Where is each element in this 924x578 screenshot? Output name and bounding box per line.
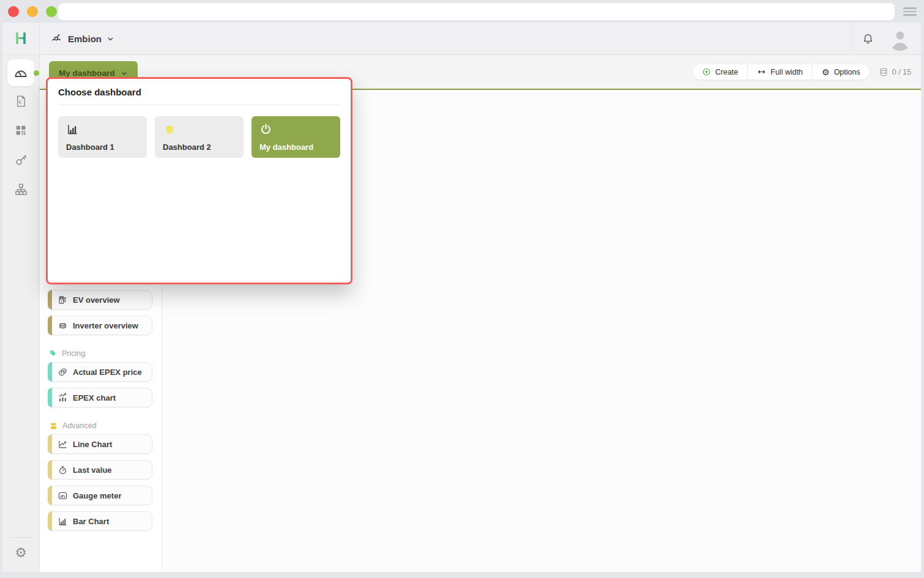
choose-dashboard-modal: Choose dashboard Dashboard 1 bbox=[46, 77, 352, 284]
notifications-button[interactable] bbox=[857, 28, 878, 49]
full-width-button-label: Full width bbox=[770, 68, 803, 76]
dashboard-card-label: Dashboard 2 bbox=[163, 143, 236, 152]
widget-item-last-value[interactable]: Last value bbox=[48, 460, 152, 480]
widget-item-line-chart[interactable]: Line Chart bbox=[48, 434, 152, 454]
bar-chart-icon bbox=[66, 122, 139, 136]
widget-accent-bar bbox=[48, 316, 52, 335]
epex-chart-icon bbox=[58, 393, 68, 403]
svg-text:€: € bbox=[61, 371, 63, 375]
plus-circle-icon bbox=[702, 67, 711, 76]
full-width-button[interactable]: Full width bbox=[747, 64, 812, 80]
widget-item-epex-chart[interactable]: EPEX chart bbox=[48, 388, 152, 407]
widget-section-pricing: Pricing bbox=[49, 349, 152, 358]
widget-accent-bar bbox=[48, 290, 52, 309]
sidebar-item-access-keys[interactable] bbox=[2, 145, 39, 174]
bell-icon bbox=[862, 32, 874, 45]
bar-chart-icon bbox=[58, 516, 68, 527]
topology-sitemap-icon bbox=[14, 182, 28, 196]
sidebar-item-widgets[interactable] bbox=[2, 116, 39, 145]
dashboard-selector-label: My dashboard bbox=[59, 69, 115, 78]
options-button-label: Options bbox=[834, 68, 860, 76]
organization-name: Embion bbox=[68, 34, 102, 44]
active-indicator-dot bbox=[34, 70, 39, 76]
widget-accent-bar bbox=[48, 511, 52, 531]
widget-item-label: EPEX chart bbox=[73, 393, 116, 402]
sidebar-nav: € bbox=[2, 55, 40, 572]
widget-section-advanced: Advanced bbox=[49, 421, 152, 431]
options-gear-icon: ⚙ bbox=[822, 68, 830, 76]
dashboard-card-label: My dashboard bbox=[259, 143, 332, 152]
invoice-euro-icon: € bbox=[14, 94, 28, 108]
logo-letter: H bbox=[15, 31, 27, 47]
dashboard-speedometer-icon bbox=[13, 65, 29, 81]
dashboard-card-1[interactable]: Dashboard 1 bbox=[58, 116, 147, 158]
ev-charger-icon bbox=[58, 295, 68, 305]
widget-item-actual-epex-price[interactable]: € Actual EPEX price bbox=[48, 362, 152, 382]
sidebar-item-invoices[interactable]: € bbox=[2, 86, 39, 116]
widget-item-ev-overview[interactable]: EV overview bbox=[48, 290, 152, 309]
power-icon bbox=[259, 122, 332, 136]
widget-counter: 0 / 15 bbox=[879, 67, 911, 77]
zoom-window-button[interactable] bbox=[46, 6, 57, 17]
widget-accent-bar bbox=[48, 460, 52, 480]
widget-item-gauge-meter[interactable]: Gauge meter bbox=[48, 486, 152, 505]
tag-icon bbox=[49, 349, 58, 358]
window-controls bbox=[8, 6, 57, 17]
app-logo[interactable]: H bbox=[2, 23, 40, 54]
create-widget-button[interactable]: Create bbox=[693, 64, 748, 80]
widget-item-label: Bar Chart bbox=[73, 517, 109, 526]
browser-menu-icon[interactable] bbox=[903, 6, 917, 18]
network-hub-icon bbox=[51, 32, 63, 45]
widget-accent-bar bbox=[48, 362, 52, 382]
dashboard-card-my-dashboard-selected[interactable]: My dashboard bbox=[251, 116, 340, 158]
widget-item-label: EV overview bbox=[73, 295, 120, 305]
sidebar-item-settings[interactable]: ⚙ bbox=[2, 538, 39, 568]
key-icon bbox=[14, 153, 28, 167]
create-button-label: Create bbox=[715, 68, 739, 76]
widget-section-label: Advanced bbox=[62, 421, 97, 430]
toolbar-right-section: Create Full width ⚙ Options bbox=[692, 64, 911, 80]
chevron-down-icon bbox=[121, 70, 128, 77]
dashboard-card-label: Dashboard 1 bbox=[66, 143, 139, 152]
widgets-grid-icon bbox=[14, 124, 28, 137]
sun-icon bbox=[163, 122, 236, 136]
widget-item-bar-chart[interactable]: Bar Chart bbox=[48, 511, 152, 531]
chevron-down-icon bbox=[106, 35, 114, 43]
sidebar-item-topology[interactable] bbox=[2, 174, 39, 204]
widget-item-label: Actual EPEX price bbox=[73, 368, 142, 377]
gauge-icon bbox=[58, 491, 68, 501]
widget-item-inverter-overview[interactable]: Inverter overview bbox=[48, 316, 152, 335]
horizontal-arrows-icon bbox=[757, 67, 766, 76]
dashboard-card-2[interactable]: Dashboard 2 bbox=[155, 116, 244, 158]
stopwatch-icon bbox=[58, 465, 68, 475]
user-avatar[interactable] bbox=[888, 26, 912, 51]
app-header: H Embion bbox=[2, 23, 921, 55]
header-right-section bbox=[851, 23, 921, 54]
widget-accent-bar bbox=[48, 486, 52, 505]
euro-coins-icon: € bbox=[58, 367, 68, 377]
settings-gear-icon: ⚙ bbox=[15, 546, 27, 560]
toolbar-button-group: Create Full width ⚙ Options bbox=[692, 64, 870, 80]
widget-accent-bar bbox=[48, 434, 52, 454]
minimize-window-button[interactable] bbox=[27, 6, 38, 17]
address-bar-input[interactable] bbox=[58, 3, 895, 20]
line-chart-icon bbox=[58, 439, 68, 450]
widget-item-label: Last value bbox=[73, 465, 112, 475]
widget-accent-bar bbox=[48, 388, 52, 407]
close-window-button[interactable] bbox=[8, 6, 19, 17]
organization-selector[interactable]: Embion bbox=[40, 23, 125, 54]
widget-item-label: Inverter overview bbox=[73, 321, 138, 330]
browser-bar bbox=[0, 0, 924, 23]
widget-counter-value: 0 / 15 bbox=[892, 68, 911, 76]
widget-item-label: Line Chart bbox=[73, 440, 112, 449]
widget-item-label: Gauge meter bbox=[73, 491, 121, 500]
options-button[interactable]: ⚙ Options bbox=[812, 64, 870, 80]
widget-section-label: Pricing bbox=[62, 349, 85, 358]
modal-title: Choose dashboard bbox=[58, 87, 340, 105]
svg-text:€: € bbox=[18, 99, 21, 105]
dashboard-cards: Dashboard 1 Dashboard 2 My dashboard bbox=[58, 116, 340, 158]
sidebar-item-dashboards[interactable] bbox=[7, 59, 34, 86]
layers-stack-icon bbox=[879, 67, 889, 77]
stack-icon bbox=[49, 421, 58, 431]
inverter-chip-icon bbox=[58, 320, 68, 331]
